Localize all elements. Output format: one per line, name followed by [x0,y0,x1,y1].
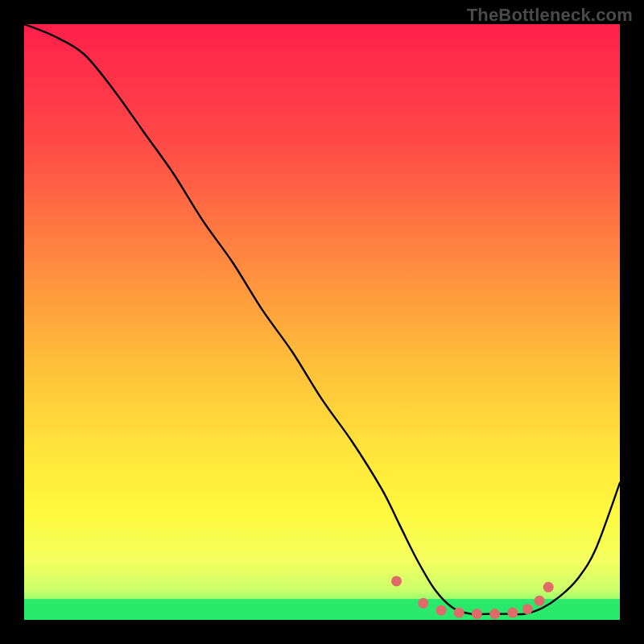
valley-dot [489,609,500,619]
attribution-label: TheBottleneck.com [467,5,633,26]
chart-svg [24,24,620,620]
chart-container: TheBottleneck.com [0,0,644,644]
valley-dot [391,576,402,586]
valley-dot [454,608,464,618]
valley-dot [543,582,554,592]
valley-dot [535,596,545,606]
gradient-background [24,24,620,620]
valley-dot [522,604,533,614]
valley-dot [436,605,447,616]
plot-area [24,24,620,620]
valley-dot [507,608,518,618]
valley-dot [472,609,482,619]
valley-dot [418,598,428,609]
